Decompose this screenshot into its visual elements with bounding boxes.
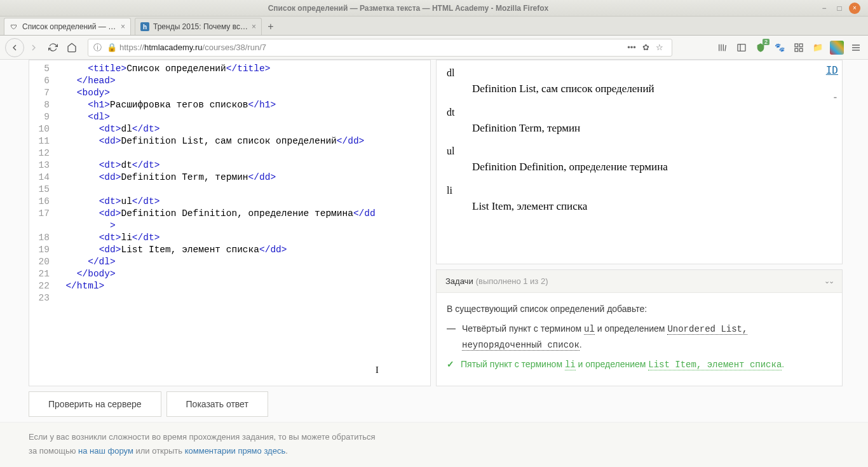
home-button[interactable] bbox=[62, 38, 81, 57]
shield-icon: 🛡 bbox=[10, 22, 18, 31]
show-answer-button[interactable]: Показать ответ bbox=[166, 391, 268, 417]
svg-rect-3 bbox=[795, 48, 798, 51]
extension-badge: 2 bbox=[763, 39, 770, 45]
url-bar[interactable]: ⓘ 🔒 https://htmlacademy.ru/courses/38/ru… bbox=[88, 39, 672, 57]
back-button[interactable] bbox=[5, 38, 24, 57]
tasks-count: (выполнено 1 из 2) bbox=[476, 276, 548, 286]
comments-link[interactable]: комментарии прямо здесь bbox=[185, 446, 285, 456]
chevron-down-icon: ⌄⌄ bbox=[824, 277, 833, 285]
url-path: /courses/38/run/7 bbox=[203, 43, 266, 52]
url-protocol: https:// bbox=[119, 43, 144, 52]
task-item: ✓Пятый пункт с термином li и определение… bbox=[447, 357, 832, 373]
task-item: —Четвёртый пункт с термином ul и определ… bbox=[447, 321, 832, 353]
bookmark-icon[interactable]: ☆ bbox=[653, 43, 667, 52]
tasks-label: Задачи bbox=[445, 276, 473, 286]
menu-icon[interactable] bbox=[849, 41, 863, 55]
window-title: Список определений — Разметка текста — H… bbox=[0, 4, 817, 13]
svg-rect-1 bbox=[795, 44, 798, 47]
preview-box: ID - dlDefinition List, сам список опред… bbox=[436, 60, 843, 264]
forward-button[interactable] bbox=[24, 38, 43, 57]
preview-definition: Definition Definition, определение терми… bbox=[472, 159, 832, 175]
preview-definition: Definition List, сам список определений bbox=[472, 81, 832, 97]
grid-icon[interactable] bbox=[792, 41, 806, 55]
forum-link[interactable]: на наш форум bbox=[78, 446, 133, 456]
check-server-button[interactable]: Проверить на сервере bbox=[29, 391, 161, 417]
close-icon[interactable]: × bbox=[252, 22, 256, 31]
url-host: htmlacademy.ru bbox=[144, 43, 203, 52]
browser-tab-1[interactable]: 🛡 Список определений — Раз × bbox=[4, 18, 131, 35]
collapse-button[interactable]: - bbox=[834, 90, 837, 105]
browser-tab-2[interactable]: h Тренды 2015: Почему всё бо × bbox=[135, 18, 262, 35]
extension-shield-icon[interactable]: 2 bbox=[754, 41, 768, 55]
tab-label: Список определений — Раз bbox=[22, 22, 117, 31]
preview-term: dl bbox=[447, 65, 832, 81]
code-body[interactable]: <title>Список определений</title> </head… bbox=[55, 60, 430, 386]
lock-icon: 🔒 bbox=[107, 43, 117, 52]
check-icon: ✓ bbox=[447, 357, 454, 373]
browser-navbar: ⓘ 🔒 https://htmlacademy.ru/courses/38/ru… bbox=[0, 36, 868, 60]
info-icon[interactable]: ⓘ bbox=[93, 42, 102, 53]
text-cursor-icon: I bbox=[376, 364, 379, 376]
app-icon[interactable] bbox=[830, 41, 844, 55]
preview-term: ul bbox=[447, 144, 832, 159]
preview-term: li bbox=[447, 183, 832, 198]
tasks-panel: Задачи (выполнено 1 из 2) ⌄⌄ В существую… bbox=[436, 269, 843, 386]
code-editor[interactable]: 567891011121314151617181920212223 <title… bbox=[29, 60, 431, 386]
window-maximize-button[interactable]: □ bbox=[834, 3, 845, 14]
tab-label: Тренды 2015: Почему всё бо bbox=[153, 22, 248, 31]
svg-rect-4 bbox=[799, 48, 803, 51]
line-gutter: 567891011121314151617181920212223 bbox=[29, 60, 55, 386]
preview-term: dt bbox=[447, 105, 832, 120]
library-icon[interactable] bbox=[715, 41, 729, 55]
new-tab-button[interactable]: + bbox=[262, 18, 280, 35]
preview-definition: Definition Term, термин bbox=[472, 120, 832, 137]
dash-icon: — bbox=[447, 321, 456, 353]
svg-rect-2 bbox=[799, 44, 803, 47]
reload-button[interactable] bbox=[43, 38, 62, 57]
paw-icon[interactable]: 🐾 bbox=[773, 41, 787, 55]
close-icon[interactable]: × bbox=[121, 22, 125, 31]
window-minimize-button[interactable]: − bbox=[818, 3, 830, 14]
window-close-button[interactable]: × bbox=[849, 3, 860, 14]
folder-icon[interactable]: 📁 bbox=[811, 41, 825, 55]
browser-tabbar: 🛡 Список определений — Раз × h Тренды 20… bbox=[0, 17, 868, 36]
toggle-letter[interactable]: ID bbox=[826, 63, 838, 78]
window-titlebar: Список определений — Разметка текста — H… bbox=[0, 0, 868, 17]
tasks-intro: В существующий список определений добавь… bbox=[447, 302, 832, 317]
svg-rect-0 bbox=[738, 44, 745, 51]
reader-icon[interactable]: ✿ bbox=[639, 43, 653, 52]
footer-help: Если у вас возникли сложности во время п… bbox=[0, 422, 868, 467]
sidebar-icon[interactable] bbox=[735, 41, 749, 55]
tasks-header[interactable]: Задачи (выполнено 1 из 2) ⌄⌄ bbox=[437, 270, 842, 293]
preview-definition: List Item, элемент списка bbox=[472, 198, 832, 215]
more-icon[interactable]: ••• bbox=[625, 43, 639, 52]
site-icon: h bbox=[140, 22, 149, 31]
